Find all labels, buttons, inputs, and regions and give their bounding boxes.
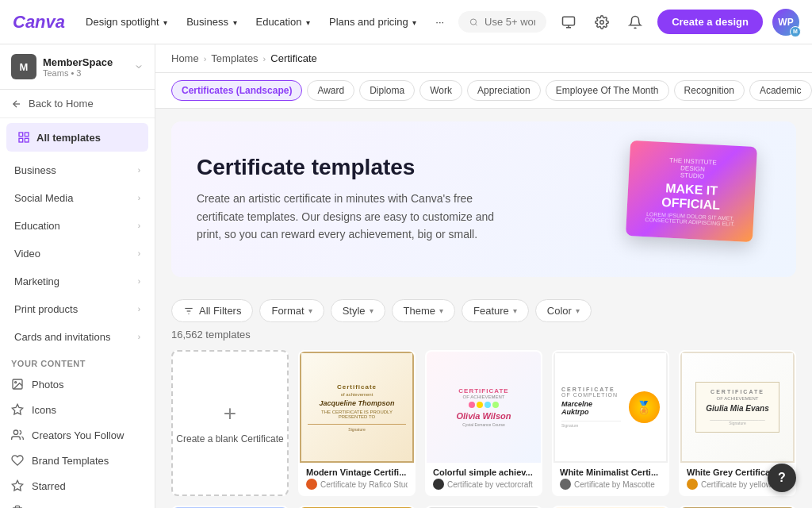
- sidebar-item-marketing[interactable]: Marketing ›: [3, 268, 151, 294]
- chevron-down-icon: ▾: [308, 306, 312, 315]
- sidebar-item-trash[interactable]: Trash: [0, 498, 155, 508]
- svg-point-14: [13, 430, 17, 434]
- filter-tab-diploma[interactable]: Diploma: [359, 80, 415, 101]
- all-templates-button[interactable]: All templates: [6, 123, 148, 152]
- chevron-right-icon: ›: [138, 277, 140, 286]
- svg-rect-7: [19, 133, 23, 137]
- sidebar-item-label: Business: [14, 164, 56, 176]
- nav-plans[interactable]: Plans and pricing ▾: [324, 13, 421, 31]
- search-input[interactable]: [485, 16, 535, 28]
- icons-icon: [11, 403, 24, 416]
- chevron-right-icon: ›: [138, 305, 140, 314]
- sidebar-item-brand-templates[interactable]: Brand Templates: [0, 448, 155, 473]
- nav-design-spotlight[interactable]: Design spotlight ▾: [81, 13, 172, 31]
- filters-row: All Filters Format ▾ Style ▾ Theme ▾ Fea…: [155, 290, 812, 329]
- templates-count: 16,562 templates: [155, 329, 812, 347]
- sidebar-item-education[interactable]: Education ›: [3, 213, 151, 239]
- search-bar[interactable]: [458, 11, 546, 33]
- create-design-button[interactable]: Create a design: [657, 10, 763, 34]
- style-filter-button[interactable]: Style ▾: [331, 299, 385, 322]
- template-card-title: White Minimalist Certi...: [560, 468, 661, 477]
- nav-education[interactable]: Education ▾: [251, 13, 315, 31]
- sidebar-item-cards[interactable]: Cards and invitations ›: [3, 324, 151, 350]
- chevron-down-icon: ▾: [576, 306, 580, 315]
- sidebar-item-icons[interactable]: Icons: [0, 397, 155, 422]
- filter-tab-landscape[interactable]: Certificates (Landscape): [171, 80, 302, 101]
- template-thumbnail: Certificate of achievement Jacqueline Th…: [300, 352, 414, 463]
- filter-tab-award[interactable]: Award: [307, 80, 354, 101]
- help-button[interactable]: ?: [768, 464, 796, 492]
- nav-more[interactable]: ···: [431, 13, 449, 31]
- svg-marker-15: [12, 480, 22, 491]
- breadcrumb-separator: ›: [263, 54, 266, 64]
- hero-description: Create an artistic certificate in minute…: [197, 190, 514, 243]
- theme-filter-button[interactable]: Theme ▾: [392, 299, 455, 322]
- users-icon: [11, 429, 24, 441]
- workspace-sub: Teams • 3: [43, 68, 128, 78]
- canva-logo[interactable]: Canva: [13, 12, 65, 33]
- sidebar-item-creators[interactable]: Creators You Follow: [0, 422, 155, 448]
- sidebar-item-video[interactable]: Video ›: [3, 241, 151, 267]
- sidebar-item-label: Social Media: [14, 192, 73, 204]
- svg-rect-2: [563, 17, 575, 25]
- settings-icon-btn[interactable]: [589, 10, 615, 35]
- workspace-info: MemberSpace Teams • 3: [43, 56, 128, 78]
- chevron-down-icon: ▾: [439, 306, 443, 315]
- chevron-right-icon: ›: [138, 194, 140, 202]
- monitor-icon-btn[interactable]: [556, 10, 581, 35]
- svg-rect-8: [25, 133, 29, 137]
- main-layout: M MemberSpace Teams • 3 Back to Home All…: [0, 44, 812, 508]
- sidebar-item-business[interactable]: Business ›: [3, 157, 151, 183]
- sidebar-item-photos[interactable]: Photos: [0, 371, 155, 397]
- sidebar-item-print-products[interactable]: Print products ›: [3, 296, 151, 322]
- grid-icon: [17, 131, 30, 144]
- sidebar-item-starred[interactable]: Starred: [0, 473, 155, 498]
- filter-tabs: Certificates (Landscape) Award Diploma W…: [155, 73, 812, 109]
- chevron-down-icon: ▾: [370, 306, 373, 315]
- sidebar-item-label: Education: [14, 220, 60, 232]
- filter-tab-academic[interactable]: Academic: [749, 80, 812, 101]
- template-thumbnail: CERTIFICATE OF COMPLETION Marcelne Auktr…: [553, 352, 668, 463]
- workspace-header[interactable]: M MemberSpace Teams • 3: [0, 44, 155, 90]
- template-card-info: Modern Vintage Certifi... Certificate by…: [300, 463, 414, 495]
- breadcrumb-separator: ›: [204, 54, 207, 64]
- all-filters-button[interactable]: All Filters: [171, 299, 253, 322]
- photo-icon: [11, 378, 24, 391]
- gear-icon: [595, 15, 609, 29]
- breadcrumb-current: Certificate: [270, 52, 317, 64]
- filter-tab-work[interactable]: Work: [419, 80, 462, 101]
- filter-tab-appreciation[interactable]: Appreciation: [467, 80, 541, 101]
- svg-line-1: [476, 24, 477, 25]
- nav-business[interactable]: Business ▾: [182, 13, 241, 31]
- notification-icon-btn[interactable]: [622, 10, 648, 35]
- format-filter-button[interactable]: Format ▾: [259, 299, 324, 322]
- feature-filter-button[interactable]: Feature ▾: [462, 299, 529, 322]
- sidebar-item-social-media[interactable]: Social Media ›: [3, 185, 151, 211]
- create-blank-label: Create a blank Certificate: [176, 433, 283, 446]
- sidebar-item-label: Video: [14, 248, 40, 260]
- chevron-down-icon: ▾: [513, 306, 517, 315]
- chevron-right-icon: ›: [138, 333, 140, 341]
- svg-point-0: [471, 18, 477, 24]
- author-avatar: [560, 479, 571, 490]
- chevron-right-icon: ›: [138, 166, 140, 175]
- template-card-info: Colorful simple achiev... Certificate by…: [427, 463, 541, 495]
- breadcrumb-templates[interactable]: Templates: [211, 52, 258, 64]
- main-content: Home › Templates › Certificate Certifica…: [155, 44, 812, 508]
- color-filter-button[interactable]: Color ▾: [535, 299, 592, 322]
- template-grid: + Create a blank Certificate Certificate…: [155, 347, 812, 508]
- sidebar: M MemberSpace Teams • 3 Back to Home All…: [0, 44, 155, 508]
- avatar[interactable]: WP M: [772, 9, 799, 36]
- filter-tab-employee[interactable]: Employee Of The Month: [546, 80, 669, 101]
- hero-text: Certificate templates Create an artistic…: [197, 155, 514, 243]
- template-card[interactable]: Certificate of achievement Jacqueline Th…: [298, 350, 416, 496]
- template-card[interactable]: CERTIFICATE OF ACHIEVEMENT Olivia Wilson…: [425, 350, 542, 496]
- top-navigation: Canva Design spotlight ▾ Business ▾ Educ…: [0, 0, 812, 44]
- create-blank-card[interactable]: + Create a blank Certificate: [171, 350, 289, 496]
- template-card[interactable]: CERTIFICATE OF COMPLETION Marcelne Auktr…: [552, 350, 669, 496]
- back-to-home-button[interactable]: Back to Home: [0, 90, 155, 118]
- avatar-badge: M: [790, 26, 801, 37]
- chevron-right-icon: ›: [138, 221, 140, 230]
- breadcrumb-home[interactable]: Home: [171, 52, 199, 64]
- filter-tab-recognition[interactable]: Recognition: [674, 80, 745, 101]
